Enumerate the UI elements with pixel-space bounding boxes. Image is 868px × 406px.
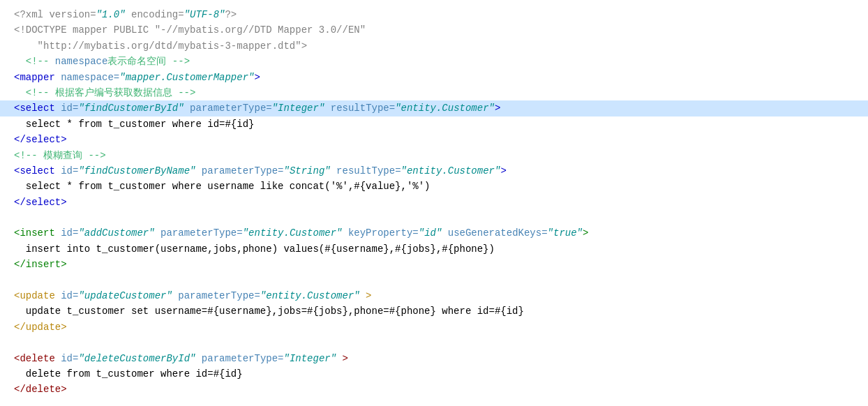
code-token: <delete [14, 351, 61, 366]
code-token: > [583, 225, 588, 241]
code-editor: <?xml version="1.0" encoding="UTF-8"?><!… [0, 0, 868, 406]
code-token: namespace= [61, 70, 119, 85]
code-token: > [254, 70, 260, 85]
code-line: <?xml version="1.0" encoding="UTF-8"?> [0, 7, 868, 22]
code-line: "http://mybatis.org/dtd/mybatis-3-mapper… [0, 38, 868, 54]
code-token: </insert> [14, 257, 67, 272]
code-line: <mapper namespace="mapper.CustomerMapper… [0, 70, 868, 85]
code-line: </update> [0, 319, 868, 335]
code-line [0, 273, 868, 288]
code-token: "Integer" [284, 351, 337, 366]
code-token: </delete> [14, 382, 67, 397]
code-token: parameterType= [172, 288, 260, 303]
code-token: resultType= [324, 100, 395, 116]
code-line: <update id="updateCustomer" parameterTyp… [0, 288, 868, 303]
code-line: <select id="findCustomerById" parameterT… [0, 100, 868, 116]
code-token: parameterType= [195, 163, 283, 179]
code-token: "entity.Customer" [395, 100, 495, 116]
code-token: id= [61, 351, 78, 366]
code-token: namespace [55, 54, 108, 69]
code-token: > [495, 100, 500, 116]
code-line: <delete id="deleteCustomerById" paramete… [0, 351, 868, 366]
code-token: "1.0" [96, 7, 126, 22]
code-line: <!-- 根据客户编号获取数据信息 --> [0, 85, 868, 100]
code-token: update t_customer set username=#{usernam… [14, 303, 524, 319]
code-token: </update> [14, 319, 67, 335]
code-token: <?xml version= [14, 7, 96, 22]
code-token: delete from t_customer where id=#{id} [14, 366, 243, 382]
code-line: insert into t_customer(username,jobs,pho… [0, 241, 868, 257]
code-token: "entity.Customer" [260, 288, 360, 303]
code-token: > [360, 288, 372, 303]
code-token: > [500, 163, 506, 179]
code-line: select * from t_customer where username … [0, 179, 868, 194]
code-token: useGeneratedKeys= [442, 225, 547, 241]
code-token: select * from t_customer where username … [14, 179, 431, 194]
code-line [0, 335, 868, 350]
code-token: id= [61, 100, 78, 116]
code-token: <select [14, 100, 61, 116]
code-line: delete from t_customer where id=#{id} [0, 366, 868, 382]
code-token: "String" [284, 163, 331, 179]
code-line: </delete> [0, 382, 868, 397]
code-token: "addCustomer" [78, 225, 154, 241]
code-token: <!-- 根据客户编号获取数据信息 --> [14, 85, 195, 100]
code-token: </select> [14, 195, 67, 210]
code-token: "updateCustomer" [78, 288, 172, 303]
code-token: encoding= [126, 7, 184, 22]
code-token: "findCustomerByName" [78, 163, 195, 179]
code-token: </select> [14, 132, 67, 147]
code-token: "Integer" [272, 100, 325, 116]
code-token: "findCustomerById" [78, 100, 184, 116]
code-token: <mapper [14, 70, 61, 85]
code-line: </select> [0, 132, 868, 147]
code-token: select * from t_customer where id=#{id} [14, 116, 254, 132]
code-line: </insert> [0, 257, 868, 272]
code-token: parameterType= [195, 351, 283, 366]
code-line: update t_customer set username=#{usernam… [0, 303, 868, 319]
code-token: <!-- [14, 54, 55, 69]
code-token: "deleteCustomerById" [78, 351, 195, 366]
code-token: id= [61, 288, 78, 303]
code-line: select * from t_customer where id=#{id} [0, 116, 868, 132]
code-token: id= [61, 163, 78, 179]
code-token: parameterType= [155, 225, 243, 241]
code-line: <!-- namespace表示命名空间 --> [0, 54, 868, 69]
code-token: <!DOCTYPE mapper PUBLIC "-//mybatis.org/… [14, 22, 366, 38]
code-token: <insert [14, 225, 61, 241]
code-token: "mapper.CustomerMapper" [119, 70, 254, 85]
code-token: "UTF-8" [184, 7, 225, 22]
code-line [0, 210, 868, 225]
code-token: insert into t_customer(username,jobs,pho… [14, 241, 495, 257]
code-token: <!-- 模糊查询 --> [14, 148, 106, 163]
code-token: <select [14, 163, 61, 179]
code-token: 表示命名空间 --> [107, 54, 190, 69]
code-token: resultType= [331, 163, 401, 179]
code-token: "http://mybatis.org/dtd/mybatis-3-mapper… [14, 38, 307, 54]
code-token: > [336, 351, 348, 366]
code-line: <!DOCTYPE mapper PUBLIC "-//mybatis.org/… [0, 22, 868, 38]
code-token: parameterType= [184, 100, 272, 116]
code-token: id= [61, 225, 78, 241]
code-line: </select> [0, 195, 868, 210]
code-token: <update [14, 288, 61, 303]
code-line: <insert id="addCustomer" parameterType="… [0, 225, 868, 241]
code-token: ?> [225, 7, 237, 22]
code-token: "true" [548, 225, 583, 241]
code-line: <!-- 模糊查询 --> [0, 148, 868, 163]
code-token: "id" [419, 225, 442, 241]
code-token: keyProperty= [343, 225, 419, 241]
code-token: "entity.Customer" [401, 163, 501, 179]
code-token: "entity.Customer" [243, 225, 343, 241]
code-line: <select id="findCustomerByName" paramete… [0, 163, 868, 179]
